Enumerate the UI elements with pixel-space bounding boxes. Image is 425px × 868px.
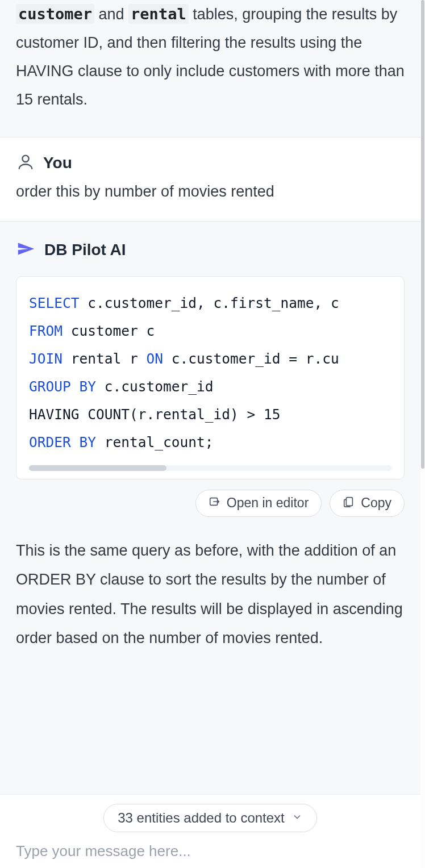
context-entities-label: 33 entities added to context <box>118 810 285 826</box>
svg-point-0 <box>22 155 28 161</box>
ai-sender-label: DB Pilot AI <box>44 241 126 259</box>
user-message-content: order this by number of movies rented <box>16 180 405 204</box>
composer: 33 entities added to context <box>0 794 420 868</box>
inline-code-customer: customer <box>16 4 94 24</box>
open-in-editor-icon <box>209 495 221 511</box>
context-entities-pill[interactable]: 33 entities added to context <box>103 804 317 832</box>
inline-code-rental: rental <box>128 4 189 24</box>
open-in-editor-button[interactable]: Open in editor <box>195 490 322 517</box>
previous-ai-text: customer and rental tables, grouping the… <box>16 0 405 114</box>
sql-code-block: SELECT c.customer_id, c.first_name, c FR… <box>16 276 405 479</box>
chevron-down-icon <box>291 810 303 826</box>
user-icon <box>16 152 35 174</box>
ai-message-header: DB Pilot AI <box>16 239 405 261</box>
open-in-editor-label: Open in editor <box>227 495 309 511</box>
copy-label: Copy <box>361 495 391 511</box>
code-horizontal-scrollbar[interactable] <box>29 465 391 471</box>
svg-rect-2 <box>347 498 353 506</box>
ai-explanation: This is the same query as before, with t… <box>16 536 405 653</box>
user-message-header: You <box>16 152 405 174</box>
user-sender-label: You <box>43 154 72 172</box>
vertical-scrollbar-thumb[interactable] <box>421 0 424 469</box>
ai-message: DB Pilot AI SELECT c.customer_id, c.firs… <box>0 222 420 868</box>
vertical-scrollbar[interactable] <box>420 0 425 868</box>
copy-button[interactable]: Copy <box>330 490 405 517</box>
user-message: You order this by number of movies rente… <box>0 137 420 222</box>
airplane-icon <box>16 239 36 261</box>
code-actions: Open in editor Copy <box>16 490 405 517</box>
message-input[interactable] <box>16 842 405 860</box>
clipboard-icon <box>343 495 355 511</box>
sql-code-content[interactable]: SELECT c.customer_id, c.first_name, c FR… <box>29 289 391 456</box>
previous-ai-message: customer and rental tables, grouping the… <box>0 0 420 137</box>
code-horizontal-scrollbar-thumb[interactable] <box>29 465 166 471</box>
